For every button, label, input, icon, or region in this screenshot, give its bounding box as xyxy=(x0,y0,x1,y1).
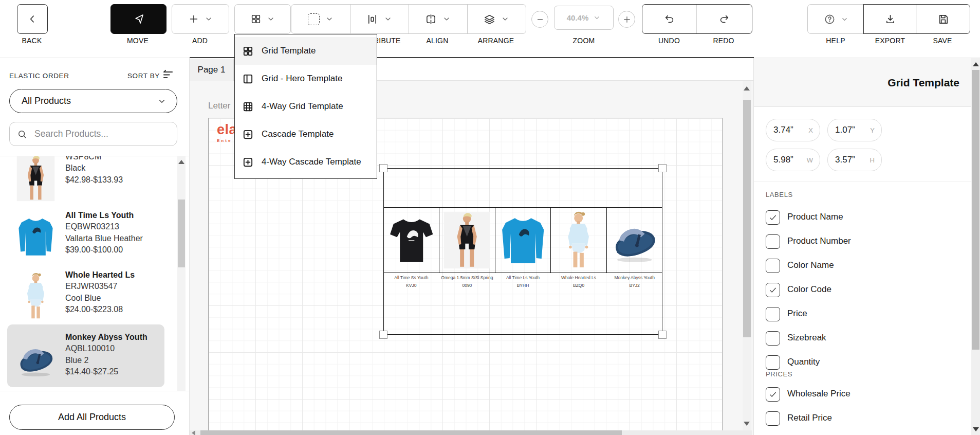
checkbox[interactable] xyxy=(766,411,780,426)
sidebar-scrollbar-track[interactable] xyxy=(177,156,186,391)
zoom-label: ZOOM xyxy=(548,37,620,45)
template-menu-item-icon xyxy=(242,101,254,113)
resize-handle-top-left[interactable] xyxy=(379,164,387,172)
app-window: BACK MOVE ADD xyxy=(0,0,980,435)
template-menu-item[interactable]: Grid Template xyxy=(235,37,377,65)
check-icon xyxy=(768,390,778,399)
move-cursor-icon xyxy=(133,13,145,25)
sidebar-scrollbar-thumb[interactable] xyxy=(178,200,185,267)
template-menu-item[interactable]: Cascade Template xyxy=(235,120,377,148)
checkbox[interactable] xyxy=(766,234,780,249)
page-size-label: Letter xyxy=(208,101,230,111)
scroll-down-icon[interactable] xyxy=(744,422,750,426)
dimension-value: 3.74” xyxy=(773,125,793,135)
inspector-scrollbar-thumb[interactable] xyxy=(972,70,979,350)
checkbox-label: Color Name xyxy=(787,259,834,270)
toolbar: BACK MOVE ADD xyxy=(0,0,980,58)
search-input[interactable] xyxy=(33,128,170,140)
checkbox[interactable] xyxy=(766,259,780,273)
zoom-level-dropdown[interactable]: 40.4% xyxy=(554,6,614,30)
resize-handle-bottom-left[interactable] xyxy=(379,331,387,339)
product-number: WSP8CM xyxy=(65,156,123,162)
arrange-tool-button[interactable] xyxy=(467,5,526,33)
distribute-icon xyxy=(366,13,378,25)
resize-handle-top-right[interactable] xyxy=(658,164,667,172)
checkbox[interactable] xyxy=(766,355,780,370)
template-menu-item[interactable]: 4-Way Cascade Template xyxy=(235,148,377,176)
template-menu-item-icon xyxy=(242,45,254,57)
align-tool-button[interactable] xyxy=(409,5,468,33)
scroll-up-icon[interactable] xyxy=(973,62,979,66)
select-tool-button[interactable] xyxy=(291,5,350,33)
marquee-select-icon xyxy=(308,13,320,25)
tool-segment-group xyxy=(291,4,526,34)
undo-button[interactable] xyxy=(642,4,697,34)
search-box xyxy=(9,122,177,146)
plus-icon xyxy=(622,15,632,24)
back-button[interactable] xyxy=(17,4,48,34)
checkbox[interactable] xyxy=(766,331,780,346)
product-thumbnail xyxy=(13,273,58,320)
checkbox[interactable] xyxy=(766,307,780,321)
inspector-title: Grid Template xyxy=(754,58,980,107)
product-list-item[interactable]: Whole Hearted Ls ERJWR03547 Cool Blue $2… xyxy=(0,266,177,329)
checkbox[interactable] xyxy=(766,387,780,402)
canvas-vscrollbar-thumb[interactable] xyxy=(743,100,751,337)
distribute-tool-button[interactable] xyxy=(350,5,409,33)
product-color: Cool Blue xyxy=(65,293,135,304)
dimension-input[interactable]: 3.57” H xyxy=(827,149,882,171)
scroll-up-icon[interactable] xyxy=(178,160,184,164)
checkbox[interactable] xyxy=(766,283,780,297)
back-label: BACK xyxy=(0,37,68,45)
help-icon xyxy=(824,13,836,25)
product-list-item[interactable]: Monkey Abyss Youth AQBL100010 Blue 2 $14… xyxy=(0,329,177,391)
product-list-item[interactable]: All Time Ls Youth EQBWR03213 Vallarta Bl… xyxy=(0,207,177,269)
scroll-left-icon[interactable] xyxy=(192,430,195,435)
product-filter-select[interactable]: All Products xyxy=(9,89,177,113)
move-label: MOVE xyxy=(102,37,174,45)
help-button[interactable] xyxy=(807,4,865,34)
template-menu-item[interactable]: 4-Way Grid Template xyxy=(235,93,377,120)
product-filter-value: All Products xyxy=(22,96,71,106)
dimension-input[interactable]: 1.07” Y xyxy=(827,119,882,141)
product-name: Whole Hearted Ls xyxy=(65,269,135,281)
resize-handle-bottom-right[interactable] xyxy=(658,331,667,339)
chevron-down-icon xyxy=(325,15,334,23)
dimension-axis-label: W xyxy=(807,156,813,164)
redo-button[interactable] xyxy=(696,4,752,34)
save-button[interactable] xyxy=(916,4,970,34)
product-price: $24.00-$223.08 xyxy=(65,304,135,315)
product-color: Blue 2 xyxy=(65,355,147,366)
move-tool-button[interactable] xyxy=(110,4,167,34)
template-menu-item-label: Cascade Template xyxy=(262,129,334,139)
dimension-axis-label: X xyxy=(808,126,813,134)
checkbox-label: Price xyxy=(787,307,807,319)
dimension-input[interactable]: 3.74” X xyxy=(766,119,820,141)
chevron-down-icon xyxy=(384,15,392,23)
dimension-input[interactable]: 5.98” W xyxy=(766,149,820,171)
export-button[interactable] xyxy=(863,4,917,34)
product-thumbnail xyxy=(13,335,58,382)
sidebar-divider xyxy=(0,391,190,391)
scroll-up-icon[interactable] xyxy=(744,86,750,90)
template-menu-item[interactable]: Grid - Hero Template xyxy=(235,65,377,93)
template-dropdown-menu: Grid Template Grid - Hero Template 4-Way… xyxy=(234,34,377,179)
floppy-disk-icon xyxy=(937,13,949,25)
canvas-hscrollbar-thumb[interactable] xyxy=(200,430,622,435)
chevron-down-icon xyxy=(841,15,848,23)
checkbox-option: Quantity xyxy=(766,355,851,370)
selection-outline[interactable] xyxy=(383,168,662,335)
add-all-products-button[interactable]: Add All Products xyxy=(9,405,175,430)
checkbox[interactable] xyxy=(766,210,780,225)
checkbox-option: Wholesale Price xyxy=(766,387,850,402)
zoom-in-button[interactable] xyxy=(618,11,635,28)
undo-icon xyxy=(664,13,675,25)
scroll-down-icon[interactable] xyxy=(973,427,979,431)
template-tool-button[interactable] xyxy=(234,4,291,34)
template-menu-item-icon xyxy=(242,73,254,85)
zoom-out-button[interactable] xyxy=(531,11,548,28)
template-menu-item-icon xyxy=(242,156,254,168)
tab-page-1[interactable]: Page 1 xyxy=(190,59,234,81)
add-button[interactable] xyxy=(172,4,229,34)
sort-icon[interactable] xyxy=(161,68,175,82)
